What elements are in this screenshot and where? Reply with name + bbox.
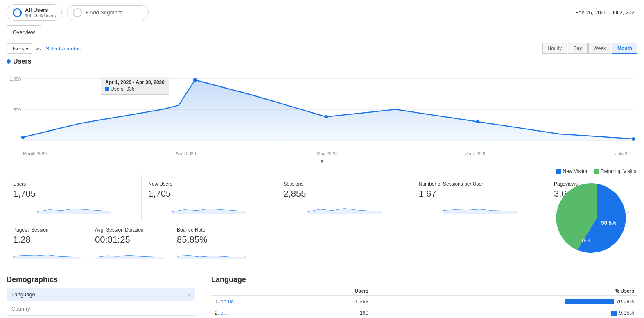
sparkline-sessions-per-user — [419, 202, 540, 214]
lang-pct-label-1: 79.08% — [616, 298, 634, 304]
lang-pct-2: 9.35% — [372, 307, 637, 318]
select-metric-link[interactable]: Select a metric — [46, 45, 81, 52]
metrics-row-1: Users 1,705 New Users 1,705 Sessions 2,8… — [0, 175, 644, 221]
metric-value-sessions: 2,855 — [284, 189, 405, 199]
metric-value-bounce-rate: 85.85% — [177, 234, 246, 245]
users-col-header: Users — [301, 286, 372, 296]
legend-new-visitor-label: New Visitor — [563, 168, 588, 174]
table-row: 2. e... 160 9.35% — [211, 307, 637, 318]
chevron-down-icon: ▾ — [26, 45, 29, 52]
lang-bar-1 — [565, 299, 614, 304]
metric-label-new-users: New Users — [148, 181, 270, 187]
chart-dot-icon — [7, 59, 11, 64]
metric-value-sessions-per-user: 1.67 — [419, 189, 540, 199]
language-title: Language — [211, 275, 637, 284]
x-axis-labels: March 2020 April 2020 May 2020 June 2020… — [7, 150, 637, 156]
segments-area: All Users 100.00% Users + Add Segment — [7, 4, 149, 21]
chevron-right-icon: › — [188, 291, 190, 298]
legend-new-visitor-icon — [556, 169, 561, 174]
x-label-june: June 2020 — [465, 151, 486, 156]
lang-link-2[interactable]: e... — [220, 310, 228, 316]
metric-card-sessions-per-user: Number of Sessions per User 1.67 — [412, 175, 547, 221]
segment-name: All Users — [25, 7, 56, 13]
metric-value-users: 1,705 — [13, 189, 135, 199]
time-btn-day[interactable]: Day — [568, 43, 587, 54]
add-segment-label: + Add Segment — [85, 9, 122, 16]
demographics-title: Demographics — [7, 275, 195, 284]
metric-label-bounce-rate: Bounce Rate — [177, 227, 246, 233]
metric-card-sessions: Sessions 2,855 — [277, 175, 412, 221]
pie-legend: New Visitor Returning Visitor — [556, 168, 637, 174]
lang-bar-cell-2: 9.35% — [375, 310, 634, 316]
language-col: Language Users % Users 1. en-us 1,353 — [195, 275, 637, 318]
pie-chart-svg: 90.5% 9.5% — [556, 177, 637, 259]
svg-marker-8 — [443, 209, 516, 214]
legend-returning-visitor-icon — [594, 169, 599, 174]
metric-label-pages-session: Pages / Session — [13, 227, 81, 233]
metric-card-new-users: New Users 1,705 — [142, 175, 277, 221]
svg-text:500: 500 — [14, 107, 21, 112]
sparkline-new-users — [148, 202, 270, 214]
legend-new-visitor: New Visitor — [556, 168, 588, 174]
table-row: 1. en-us 1,353 79.08% — [211, 296, 637, 307]
demographics-col: Demographics Language › Country — [7, 275, 195, 318]
chart-point — [476, 120, 479, 123]
add-segment-button[interactable]: + Add Segment — [67, 5, 149, 20]
lang-rank-2: 2. e... — [211, 307, 301, 318]
lang-rank-label: 1. — [215, 298, 219, 304]
date-range: Feb 26, 2020 - Jul 2, 2020 — [575, 9, 637, 16]
chart-controls: Users ▾ vs. Select a metric Hourly Day W… — [0, 39, 644, 54]
pie-label-returning: 9.5% — [580, 238, 590, 243]
chart-point — [21, 136, 25, 139]
segment-circle-icon — [13, 8, 22, 17]
time-btn-hourly[interactable]: Hourly — [542, 43, 567, 54]
lang-link-1[interactable]: en-us — [220, 298, 234, 304]
time-btn-month[interactable]: Month — [612, 43, 637, 54]
sparkline-avg-session — [95, 248, 163, 260]
metric-dropdown[interactable]: Users ▾ — [7, 43, 32, 54]
tab-overview[interactable]: Overview — [7, 25, 41, 39]
lang-rank-label-2: 2. — [215, 310, 219, 316]
language-table: Users % Users 1. en-us 1,353 79.08% — [211, 286, 637, 318]
sparkline-bounce-rate — [177, 248, 246, 260]
x-label-july: July 2... — [615, 151, 631, 156]
metric-dropdown-label: Users — [10, 45, 24, 52]
pie-section: New Visitor Returning Visitor 90.5% 9.5% — [556, 168, 637, 259]
lang-rank-1: 1. en-us — [211, 296, 301, 307]
lang-col-header — [211, 286, 301, 296]
x-label-march: March 2020 — [23, 151, 47, 156]
x-label-april: April 2020 — [176, 151, 196, 156]
sparkline-pages-session — [13, 248, 81, 260]
demographics-country-label: Country — [11, 306, 30, 312]
metric-label-avg-session: Avg. Session Duration — [95, 227, 163, 233]
metric-card-pages-session: Pages / Session 1.28 — [7, 221, 88, 267]
metric-label-sessions-per-user: Number of Sessions per User — [419, 181, 540, 187]
demographics-country-item[interactable]: Country — [7, 302, 195, 316]
metric-selector: Users ▾ vs. Select a metric — [7, 43, 81, 54]
metric-card-avg-session: Avg. Session Duration 00:01:25 — [88, 221, 170, 267]
chart-title: Users — [7, 58, 637, 65]
time-btn-week[interactable]: Week — [588, 43, 611, 54]
bottom-section: Demographics Language › Country Language… — [0, 275, 644, 318]
lang-pct-label-2: 9.35% — [619, 310, 634, 316]
all-users-segment[interactable]: All Users 100.00% Users — [7, 4, 62, 21]
metric-card-users: Users 1,705 — [7, 175, 142, 221]
chevron-down-icon: ▼ — [319, 158, 325, 164]
lang-users-2: 160 — [301, 307, 372, 318]
time-buttons: Hourly Day Week Month — [542, 43, 637, 54]
svg-marker-10 — [13, 255, 81, 259]
lang-users-1: 1,353 — [301, 296, 372, 307]
metrics-left: New Visitor Returning Visitor 90.5% 9.5% — [0, 168, 644, 267]
sparkline-sessions — [284, 202, 405, 214]
pct-users-col-header: % Users — [372, 286, 637, 296]
demographics-language-item[interactable]: Language › — [7, 288, 195, 301]
metric-label-sessions: Sessions — [284, 181, 405, 187]
lang-pct-1: 79.08% — [372, 296, 637, 307]
metric-value-new-users: 1,705 — [148, 189, 270, 199]
lang-bar-2 — [611, 311, 617, 316]
add-segment-circle-icon — [73, 8, 82, 17]
svg-marker-12 — [177, 256, 246, 259]
svg-marker-11 — [95, 256, 163, 259]
chart-collapse-btn[interactable]: ▼ — [7, 158, 637, 164]
line-chart-svg: 1,000 500 — [7, 68, 637, 150]
